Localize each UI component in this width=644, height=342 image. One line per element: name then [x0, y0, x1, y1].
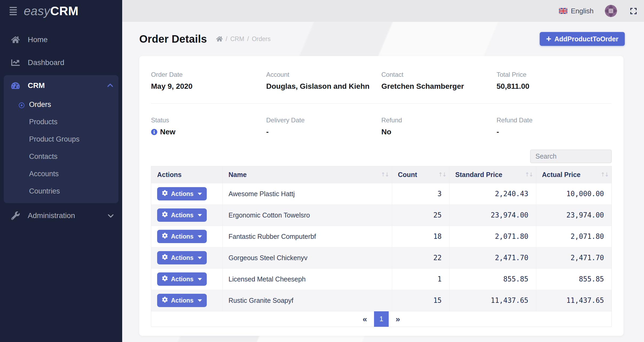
- field-label: Refund: [381, 116, 497, 124]
- actions-button-label: Actions: [171, 212, 193, 219]
- field-contact: ContactGretchen Schamberger: [381, 71, 497, 91]
- home-icon: [11, 35, 20, 45]
- sidebar-item-label: Dashboard: [28, 58, 114, 67]
- cell-name: Rustic Granite Soapyf: [222, 290, 392, 311]
- gear-icon: [162, 233, 168, 240]
- field-delivery-date: Delivery Date-: [266, 116, 381, 136]
- table-row: ActionsAwesome Plastic Hattj32,240.4310,…: [151, 183, 611, 204]
- add-product-to-order-button[interactable]: + AddProductToOrder: [540, 32, 625, 46]
- cell-actual-price: 2,071.80: [536, 226, 611, 247]
- row-actions-button[interactable]: Actions: [157, 187, 207, 200]
- sort-icon: ↑↓: [601, 171, 608, 178]
- caret-down-icon: [198, 278, 202, 280]
- gear-icon: [162, 275, 168, 283]
- field-value: May 9, 2020: [151, 82, 266, 91]
- cell-name: Licensed Metal Cheeseph: [222, 268, 392, 290]
- pagination-prev[interactable]: «: [356, 315, 374, 324]
- sidebar-item-product-groups[interactable]: Product Groups: [4, 131, 118, 148]
- gear-icon: [162, 254, 168, 261]
- sidebar-subitem-label: Accounts: [29, 170, 59, 178]
- field-value-text: -: [266, 128, 269, 136]
- cell-count: 1: [392, 268, 449, 290]
- sidebar-item-products[interactable]: Products: [4, 113, 118, 131]
- field-label: Order Date: [151, 71, 266, 78]
- app-logo[interactable]: easy CRM: [24, 4, 78, 18]
- avatar[interactable]: [605, 5, 617, 17]
- field-value: No: [381, 128, 497, 136]
- sidebar-item-contacts[interactable]: Contacts: [4, 148, 118, 165]
- search-input[interactable]: [530, 150, 612, 163]
- table-row: ActionsErgonomic Cotton Towelsro2523,974…: [151, 204, 611, 226]
- column-header-count[interactable]: Count↑↓: [392, 166, 449, 183]
- sidebar-item-accounts[interactable]: Accounts: [4, 165, 118, 183]
- cell-actual-price: 23,974.00: [536, 204, 611, 226]
- field-label: Status: [151, 116, 266, 124]
- breadcrumb-separator: /: [247, 35, 249, 43]
- sidebar-submenu-crm: OrdersProductsProduct GroupsContactsAcco…: [4, 96, 118, 200]
- cell-name: Ergonomic Cotton Towelsro: [222, 204, 392, 226]
- fullscreen-icon[interactable]: [630, 7, 637, 15]
- column-header-standard-price[interactable]: Standard Price↑↓: [449, 166, 536, 183]
- cell-name: Fantastic Rubber Computerbf: [222, 226, 392, 247]
- field-account: AccountDouglas, Gislason and Kiehn: [266, 71, 381, 91]
- caret-down-icon: [198, 235, 202, 238]
- field-refund: RefundNo: [381, 116, 497, 136]
- pagination-page-1[interactable]: 1: [374, 311, 389, 327]
- field-value: -: [266, 128, 381, 136]
- sidebar-item-administration[interactable]: Administration: [0, 204, 122, 227]
- sidebar-item-dashboard[interactable]: Dashboard: [0, 51, 122, 74]
- column-label: Standard Price: [455, 171, 502, 178]
- wrench-icon: [11, 211, 20, 220]
- field-value-text: 50,811.00: [496, 82, 529, 91]
- row-actions-button[interactable]: Actions: [157, 251, 207, 264]
- column-label: Actions: [157, 171, 182, 178]
- field-value-text: Gretchen Schamberger: [381, 82, 464, 91]
- language-selector[interactable]: English: [559, 7, 594, 15]
- sidebar-item-crm[interactable]: CRM: [4, 75, 118, 96]
- sidebar-item-home[interactable]: Home: [0, 28, 122, 51]
- sidebar-nav: Home Dashboard CRM OrdersPro: [0, 22, 122, 227]
- pagination-next[interactable]: »: [389, 315, 407, 324]
- sidebar-subitem-label: Product Groups: [29, 135, 79, 143]
- field-status: StatusNew: [151, 116, 266, 136]
- order-fields-row1: Order DateMay 9, 2020AccountDouglas, Gis…: [151, 71, 612, 104]
- cell-count: 25: [392, 204, 449, 226]
- chart-line-icon: [11, 58, 20, 67]
- field-total-price: Total Price50,811.00: [496, 71, 612, 91]
- caret-down-icon: [198, 193, 202, 195]
- gauge-icon: [11, 81, 20, 90]
- column-header-actions: Actions: [151, 166, 222, 183]
- sidebar-subitem-label: Products: [29, 118, 58, 126]
- cell-actual-price: 2,471.70: [536, 247, 611, 268]
- menu-toggle-icon[interactable]: [10, 7, 17, 15]
- column-header-actual-price[interactable]: Actual Price↑↓: [536, 166, 611, 183]
- sidebar-item-label: Home: [28, 35, 114, 44]
- cell-count: 3: [392, 183, 449, 204]
- row-actions-button[interactable]: Actions: [157, 294, 207, 307]
- sidebar-group-crm: CRM OrdersProductsProduct GroupsContacts…: [4, 75, 118, 203]
- order-fields-row2: StatusNewDelivery Date-RefundNoRefund Da…: [151, 104, 612, 136]
- column-header-name[interactable]: Name↑↓: [222, 166, 392, 183]
- row-actions-button[interactable]: Actions: [157, 208, 207, 222]
- sidebar-subitem-label: Orders: [29, 100, 51, 109]
- breadcrumb-home-icon[interactable]: [216, 36, 223, 42]
- column-label: Actual Price: [542, 171, 581, 178]
- sidebar-item-label: CRM: [28, 81, 107, 90]
- logo-easy-text: easy: [24, 4, 50, 18]
- table-row: ActionsGorgeous Steel Chickenyv222,471.7…: [151, 247, 611, 268]
- field-value-text: May 9, 2020: [151, 82, 193, 91]
- add-button-label: AddProductToOrder: [554, 35, 618, 43]
- row-actions-button[interactable]: Actions: [157, 230, 207, 243]
- actions-button-label: Actions: [171, 276, 193, 283]
- cell-count: 15: [392, 290, 449, 311]
- breadcrumb-orders[interactable]: Orders: [252, 35, 271, 43]
- sidebar-item-orders[interactable]: Orders: [4, 96, 118, 113]
- page-header: Order Details / CRM / Orders + AddProduc…: [139, 32, 625, 46]
- row-actions-button[interactable]: Actions: [157, 272, 207, 286]
- table-body: ActionsAwesome Plastic Hattj32,240.4310,…: [151, 183, 611, 311]
- sidebar-header: easy CRM: [0, 0, 122, 22]
- breadcrumb-crm[interactable]: CRM: [230, 35, 244, 43]
- sidebar-item-countries[interactable]: Countries: [4, 183, 118, 200]
- field-value: Douglas, Gislason and Kiehn: [266, 82, 381, 91]
- cell-actions: Actions: [151, 204, 222, 226]
